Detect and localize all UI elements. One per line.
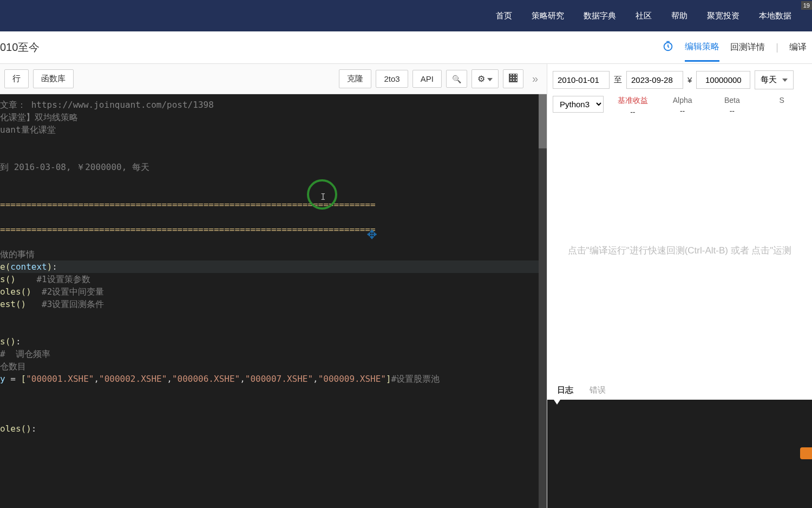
- top-nav: 首页 策略研究 数据字典 社区 帮助 聚宽投资 本地数据 19: [0, 0, 812, 31]
- api-button[interactable]: API: [412, 70, 442, 88]
- caret-down-icon: [782, 79, 788, 82]
- nav-local-data[interactable]: 本地数据: [749, 11, 801, 21]
- right-panel: 至 ¥ 每天 Python3 基准收益 -- Alpha -- Beta: [547, 64, 812, 508]
- log-tab-log[interactable]: 日志: [557, 385, 573, 395]
- move-cursor-icon: ✥: [367, 227, 377, 239]
- sub-header: 010至今 编辑策略 回测详情 | 编译: [0, 31, 812, 64]
- tab-separator: |: [776, 42, 778, 53]
- main-area: 行 函数库 克隆 2to3 API » 文章： https://www.join…: [0, 64, 812, 508]
- scroll-thumb[interactable]: [539, 94, 547, 148]
- collapse-right-icon[interactable]: »: [528, 73, 542, 85]
- settings-button[interactable]: [472, 69, 499, 88]
- log-indicator-icon: [554, 400, 560, 405]
- metric-alpha: Alpha --: [658, 96, 708, 116]
- to-label: 至: [614, 75, 622, 85]
- nav-community[interactable]: 社区: [626, 11, 662, 21]
- caret-down-icon: [487, 78, 493, 81]
- vertical-scrollbar[interactable]: [539, 94, 547, 508]
- metric-benchmark: 基准收益 --: [608, 96, 658, 116]
- nav-home[interactable]: 首页: [486, 11, 522, 21]
- backtest-hint: 点击"编译运行"进行快速回测(Ctrl-Alt-B) 或者 点击"运测: [547, 123, 812, 379]
- tab-backtest-detail[interactable]: 回测详情: [730, 34, 765, 61]
- frequency-select[interactable]: 每天: [755, 70, 794, 89]
- metric-s: S: [757, 96, 807, 116]
- func-lib-button[interactable]: 函数库: [33, 69, 74, 88]
- start-date-input[interactable]: [553, 71, 610, 89]
- run-button[interactable]: 行: [4, 69, 29, 88]
- amount-input[interactable]: [696, 71, 750, 89]
- nav-invest[interactable]: 聚宽投资: [697, 11, 749, 21]
- tab-compile[interactable]: 编译: [789, 34, 807, 61]
- side-badge[interactable]: [800, 447, 812, 459]
- 2to3-button[interactable]: 2to3: [376, 70, 408, 88]
- python-version-select[interactable]: Python3: [553, 96, 604, 113]
- config-row: 至 ¥ 每天: [547, 64, 812, 96]
- nav-strategy[interactable]: 策略研究: [522, 11, 574, 21]
- nav-help[interactable]: 帮助: [662, 11, 697, 21]
- notification-badge[interactable]: 19: [801, 1, 812, 10]
- tab-edit-strategy[interactable]: 编辑策略: [685, 34, 719, 62]
- page-title: 010至今: [0, 40, 40, 55]
- log-output[interactable]: [547, 400, 812, 508]
- text-cursor: I: [320, 191, 326, 203]
- log-tab-error[interactable]: 错误: [590, 385, 606, 395]
- qr-button[interactable]: [503, 69, 523, 88]
- gear-icon: [477, 74, 485, 83]
- end-date-input[interactable]: [626, 71, 683, 89]
- metric-beta: Beta --: [708, 96, 757, 116]
- editor-panel: 行 函数库 克隆 2to3 API » 文章： https://www.join…: [0, 64, 547, 508]
- log-tabs: 日志 错误: [547, 379, 812, 400]
- search-icon: [452, 74, 461, 83]
- code-editor[interactable]: 文章： https://www.joinquant.com/post/1398 …: [0, 94, 547, 508]
- currency-label: ¥: [687, 75, 692, 84]
- clone-button[interactable]: 克隆: [339, 69, 371, 88]
- clock-icon[interactable]: [662, 40, 674, 55]
- search-button[interactable]: [446, 70, 467, 88]
- qr-icon: [509, 74, 518, 82]
- nav-data-dict[interactable]: 数据字典: [574, 11, 626, 21]
- editor-toolbar: 行 函数库 克隆 2to3 API »: [0, 64, 547, 94]
